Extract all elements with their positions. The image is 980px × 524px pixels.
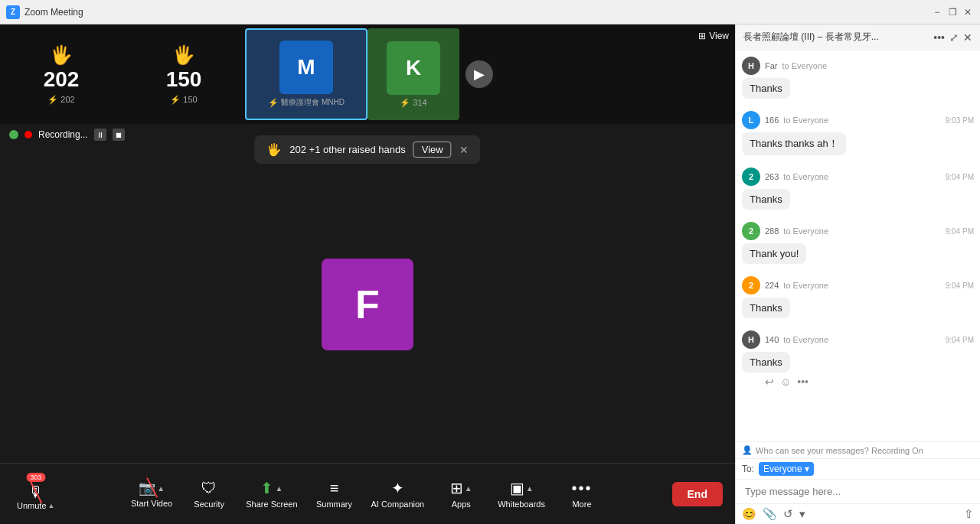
to-dropdown[interactable]: Everyone ▾ (759, 462, 814, 476)
video-tile-1[interactable]: 🖐 202 ⚡ 202 (0, 28, 122, 120)
main-layout: 🖐 202 ⚡ 202 🖐 150 ⚡ 150 M (0, 24, 980, 524)
share-screen-icon: ⬆ (260, 479, 273, 497)
share-chevron-icon: ▲ (275, 484, 283, 493)
recording-label: Recording... (38, 129, 88, 140)
msg-to-1: to Everyone (782, 61, 828, 70)
raised-hands-banner: 🖐 202 +1 other raised hands View ✕ (254, 135, 480, 164)
chat-close-button[interactable]: ✕ (963, 31, 972, 44)
msg-time-4: 9:04 PM (946, 227, 974, 236)
recording-indicator (24, 131, 32, 138)
more-actions-button[interactable]: ••• (797, 376, 808, 388)
view-button[interactable]: ⊞ View (698, 31, 729, 41)
summary-label: Summary (316, 500, 352, 509)
lightning-icon-1: ⚡ (47, 95, 58, 105)
security-button[interactable]: 🛡 Security (185, 477, 234, 512)
unmute-chevron: ▲ (48, 502, 55, 509)
hand-icon-2: 🖐 (172, 44, 195, 66)
close-button[interactable]: ✕ (962, 6, 974, 18)
chat-notice: 👤 Who can see your messages? Recording O… (736, 441, 980, 458)
message-group-1: H Far to Everyone Thanks (742, 57, 974, 99)
tile-count-4: 314 (413, 98, 426, 107)
to-label: To: (742, 464, 754, 474)
msg-avatar-6: H (742, 330, 760, 349)
msg-bubble-6: Thanks (742, 352, 790, 373)
toolbar-items: 📷 ╲ ▲ Start Video 🛡 Security ⬆ (125, 476, 606, 512)
msg-to-3: to Everyone (783, 172, 828, 181)
msg-sender-1: Far (765, 61, 778, 70)
chat-panel-title: 長者照顧論壇 (III) – 長者常見牙... (743, 31, 933, 44)
msg-bubble-1: Thanks (742, 78, 790, 99)
summary-button[interactable]: ≡ Summary (310, 477, 359, 512)
gif-button[interactable]: ↺ (783, 507, 793, 521)
video-tile-4[interactable]: K ⚡ 314 (368, 28, 459, 120)
chat-more-button[interactable]: ••• (933, 31, 945, 44)
video-tile-3[interactable]: M ⚡ 醫療護理會 MNHD (245, 28, 368, 120)
close-banner-button[interactable]: ✕ (459, 144, 469, 156)
chat-panel: 長者照顧論壇 (III) – 長者常見牙... ••• ⤢ ✕ H Far to… (735, 24, 980, 524)
msg-time-5: 9:04 PM (946, 282, 974, 290)
main-video-view: F (0, 145, 735, 463)
emoji-button[interactable]: 😊 (742, 507, 756, 521)
chat-messages: H Far to Everyone Thanks L 166 to Everyo… (736, 50, 980, 441)
message-input[interactable] (742, 483, 974, 500)
start-video-label: Start Video (131, 499, 172, 508)
status-indicator (9, 130, 18, 139)
msg-sender-5: 224 (765, 281, 779, 290)
msg-avatar-5: 2 (742, 276, 760, 295)
more-icon: ••• (571, 480, 592, 497)
apps-chevron-icon: ▲ (465, 484, 472, 493)
end-meeting-button[interactable]: End (672, 482, 723, 506)
video-tile-2[interactable]: 🖐 150 ⚡ 150 (122, 28, 245, 120)
apps-button[interactable]: ⊞ ▲ Apps (436, 476, 485, 512)
msg-meta-6: H 140 to Everyone 9:04 PM (742, 330, 974, 349)
hand-icon-1: 🖐 (50, 44, 73, 66)
msg-sender-3: 263 (765, 172, 779, 181)
shield-icon: 🛡 (201, 480, 217, 497)
raised-hands-text: 202 +1 other raised hands (289, 144, 405, 155)
window-title: Zoom Meeting (24, 7, 83, 18)
msg-to-4: to Everyone (783, 226, 828, 236)
share-screen-button[interactable]: ⬆ ▲ Share Screen (240, 476, 303, 512)
minimize-button[interactable]: − (931, 6, 943, 18)
msg-sender-4: 288 (765, 226, 779, 236)
restore-button[interactable]: ❐ (946, 6, 959, 18)
send-button[interactable]: ⇧ (964, 507, 974, 521)
notice-text: Who can see your messages? Recording On (756, 446, 923, 455)
chat-bottom-bar: 😊 📎 ↺ ▾ ⇧ (736, 503, 980, 524)
ai-companion-icon: ✦ (391, 479, 404, 497)
more-label: More (572, 500, 591, 509)
ai-companion-button[interactable]: ✦ AI Companion (365, 476, 431, 512)
react-button[interactable]: ☺ (780, 376, 791, 388)
next-tile-button[interactable]: ▶ (466, 60, 493, 88)
chat-input-area (736, 479, 980, 503)
more-button[interactable]: ••• More (557, 477, 606, 512)
tile-avatar-3: M (279, 41, 333, 94)
unmute-button[interactable]: 303 🎙 ╲ Unmute ▲ (12, 474, 59, 513)
msg-meta-4: 2 288 to Everyone 9:04 PM (742, 222, 974, 240)
attachment-button[interactable]: 📎 (763, 507, 777, 521)
msg-sender-6: 140 (765, 335, 779, 344)
tile-badge-2: ⚡ 150 (170, 95, 197, 105)
zoom-logo: Z (6, 5, 20, 19)
msg-bubble-4: Thank you! (742, 243, 806, 264)
whiteboard-chevron-icon: ▲ (526, 484, 534, 493)
msg-to-2: to Everyone (783, 116, 828, 125)
reply-button[interactable]: ↩ (765, 376, 774, 388)
title-bar-left: Z Zoom Meeting (6, 5, 83, 19)
msg-sender-2: 166 (765, 116, 779, 125)
stop-recording-button[interactable]: ⏹ (113, 129, 125, 141)
more-chat-options-button[interactable]: ▾ (799, 507, 805, 521)
notice-person-icon: 👤 (742, 445, 753, 455)
tile-name-3: 醫療護理會 MNHD (281, 97, 345, 108)
start-video-button[interactable]: 📷 ╲ ▲ Start Video (125, 477, 178, 511)
pause-recording-button[interactable]: ⏸ (94, 129, 106, 141)
whiteboards-button[interactable]: ▣ ▲ Whiteboards (492, 476, 551, 512)
message-group-2: L 166 to Everyone 9:03 PM Thanks thanks … (742, 111, 974, 155)
tile-avatar-4: K (387, 41, 440, 95)
tile-badge-4: ⚡ 314 (400, 98, 426, 108)
mic-slash-icon: ╲ (28, 483, 44, 501)
msg-bubble-3: Thanks (742, 189, 790, 210)
view-raised-hands-button[interactable]: View (413, 142, 452, 158)
chat-popout-button[interactable]: ⤢ (949, 31, 959, 44)
video-strip: 🖐 202 ⚡ 202 🖐 150 ⚡ 150 M (0, 24, 735, 124)
